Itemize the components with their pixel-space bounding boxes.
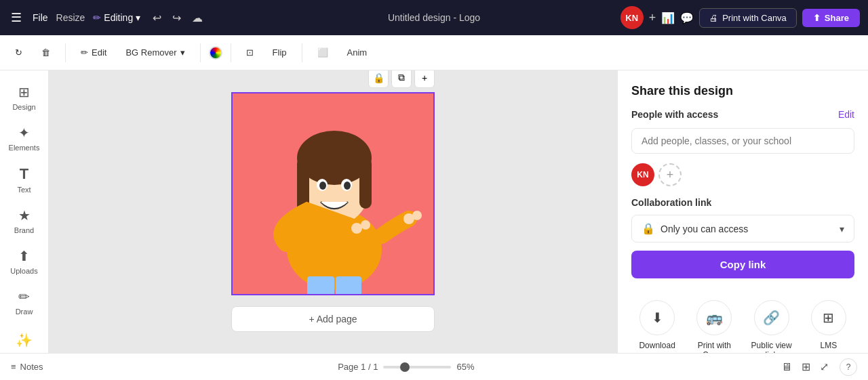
analytics-button[interactable]: 📊: [661, 12, 675, 24]
draw-icon: ✏: [18, 289, 30, 305]
uploads-icon: ⬆: [18, 248, 30, 264]
add-collaborator-button[interactable]: +: [658, 163, 682, 186]
elements-label: Elements: [9, 144, 40, 152]
share-option-public-view[interactable]: 🔗 Public viewlink: [746, 295, 797, 353]
share-icon: ⬆: [813, 13, 821, 23]
editing-label: Editing: [104, 12, 133, 23]
hamburger-menu-button[interactable]: ☰: [8, 7, 24, 28]
lock-canvas-button[interactable]: 🔒: [368, 70, 389, 88]
grid-view-button[interactable]: ⊞: [799, 358, 813, 376]
left-sidebar: ⊞ Design ✦ Elements T Text ★ Brand ⬆ Upl…: [0, 70, 49, 353]
bg-remover-button[interactable]: BG Remover ▾: [119, 44, 191, 61]
print-label: Print with Canva: [722, 13, 787, 23]
color-picker-button[interactable]: [209, 46, 222, 60]
elements-icon: ✦: [18, 125, 30, 141]
sidebar-item-brand[interactable]: ★ Brand: [3, 202, 46, 240]
share-option-print[interactable]: 🚌 Print withCanva: [688, 295, 740, 353]
sidebar-item-text[interactable]: T Text: [3, 160, 46, 199]
design-title: Untitled design - Logo: [388, 12, 480, 23]
svg-point-9: [344, 182, 351, 190]
file-menu-button[interactable]: File: [33, 12, 48, 23]
text-icon: T: [20, 165, 28, 183]
add-page-button[interactable]: + Add page: [231, 306, 435, 332]
flip-button[interactable]: Flip: [266, 44, 294, 61]
sidebar-item-design[interactable]: ⊞ Design: [3, 79, 46, 117]
draw-label: Draw: [16, 308, 33, 316]
share-panel-title: Share this design: [631, 84, 854, 98]
view-buttons: 🖥 ⊞ ⤢: [778, 358, 831, 376]
page-info: Page 1 / 1 65%: [52, 362, 770, 372]
magic-button[interactable]: ✨: [3, 326, 46, 353]
svg-point-8: [319, 182, 326, 190]
sidebar-item-elements[interactable]: ✦ Elements: [3, 119, 46, 157]
lms-icon: ⊞: [811, 300, 846, 335]
collaboration-link-label: Collaboration link: [631, 197, 854, 208]
redo-button[interactable]: ↪: [168, 9, 185, 27]
edit-label: Edit: [92, 47, 106, 58]
delete-button[interactable]: 🗑: [35, 44, 57, 61]
bg-remover-chevron: ▾: [180, 47, 185, 58]
print-with-canva-button[interactable]: 🖨 Print with Canva: [699, 8, 797, 28]
notes-button[interactable]: ≡ Notes: [11, 362, 43, 372]
resize-button[interactable]: Resize: [56, 12, 85, 23]
uploads-label: Uploads: [10, 267, 37, 275]
notes-icon: ≡: [11, 362, 16, 372]
undo-button[interactable]: ↩: [149, 9, 165, 27]
chevron-down-icon: ▾: [840, 224, 844, 234]
pencil-icon: ✏: [93, 12, 101, 23]
duplicate-canvas-button[interactable]: ⧉: [391, 70, 412, 88]
add-canvas-button[interactable]: +: [414, 70, 435, 88]
design-icon: ⊞: [18, 84, 30, 100]
share-button[interactable]: ⬆ Share: [802, 9, 860, 27]
print-canva-label: Print withCanva: [698, 341, 731, 353]
flip-label: Flip: [273, 47, 287, 58]
anim-label: Anim: [347, 47, 368, 58]
svg-point-10: [351, 223, 362, 234]
transparency-button[interactable]: ⬜: [311, 44, 335, 61]
separator-2: [200, 43, 201, 62]
crop-button[interactable]: ⊡: [239, 44, 260, 61]
svg-point-11: [361, 220, 370, 230]
help-button[interactable]: ?: [840, 358, 857, 376]
save-cloud-button[interactable]: ☁: [188, 9, 207, 27]
add-collaborator-topbar-button[interactable]: +: [649, 11, 656, 25]
access-dropdown[interactable]: 🔒 Only you can access ▾: [631, 215, 854, 242]
copy-link-button[interactable]: Copy link: [631, 251, 854, 278]
share-label: Share: [825, 13, 849, 23]
separator-4: [302, 43, 302, 62]
desktop-view-button[interactable]: 🖥: [778, 358, 795, 376]
page-info-text: Page 1 / 1: [338, 362, 378, 372]
design-canvas[interactable]: [231, 92, 435, 295]
printer-icon: 🖨: [709, 13, 718, 23]
svg-rect-5: [359, 158, 372, 209]
fullscreen-button[interactable]: ⤢: [817, 358, 831, 376]
editing-mode-button[interactable]: ✏ Editing ▾: [93, 12, 140, 23]
user-avatar-button[interactable]: KN: [620, 6, 644, 29]
canvas-controls: 🔒 ⧉ +: [368, 70, 435, 88]
add-people-input[interactable]: [631, 128, 854, 154]
canvas-area[interactable]: 🔒 ⧉ +: [49, 70, 617, 353]
sidebar-item-draw[interactable]: ✏ Draw: [3, 283, 46, 321]
zoom-slider[interactable]: [383, 366, 451, 368]
refresh-button[interactable]: ↻: [8, 44, 29, 61]
sidebar-item-uploads[interactable]: ⬆ Uploads: [3, 242, 46, 280]
bottom-bar: ≡ Notes Page 1 / 1 65% 🖥 ⊞ ⤢ ?: [0, 353, 868, 380]
notes-label: Notes: [20, 362, 43, 372]
magic-icon: ✨: [16, 332, 33, 348]
anim-button[interactable]: Anim: [340, 44, 374, 61]
edit-button[interactable]: ✏ Edit: [74, 44, 113, 61]
zoom-value: 65%: [456, 362, 484, 372]
user-avatar: KN: [631, 163, 654, 186]
design-label: Design: [12, 103, 35, 111]
lock-icon: 🔒: [642, 222, 655, 235]
share-option-download[interactable]: ⬇ Download: [631, 295, 683, 353]
share-option-lms[interactable]: ⊞ LMS: [803, 295, 854, 353]
edit-icon: ✏: [81, 47, 88, 58]
top-bar: ☰ File Resize ✏ Editing ▾ ↩ ↪ ☁ Untitled…: [0, 0, 868, 35]
svg-rect-15: [336, 276, 361, 295]
edit-access-link[interactable]: Edit: [838, 109, 854, 120]
separator-3: [231, 43, 231, 62]
resize-label: Resize: [56, 12, 85, 23]
comment-button[interactable]: 💬: [680, 12, 694, 24]
people-access-label: People with access: [631, 109, 718, 120]
